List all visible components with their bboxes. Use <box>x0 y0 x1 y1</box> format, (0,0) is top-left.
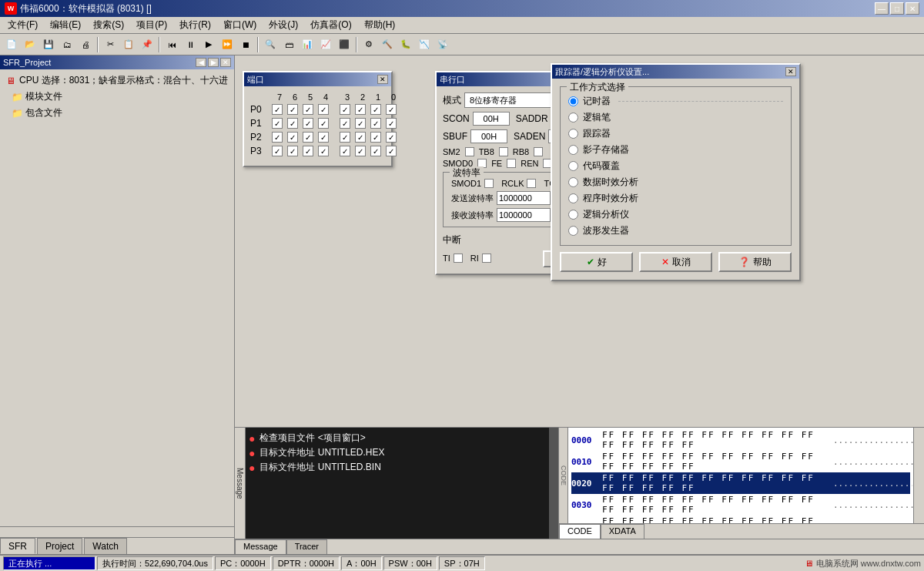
menu-run[interactable]: 执行(R) <box>173 17 217 33</box>
p1-bit3[interactable]: ✓ <box>340 118 350 129</box>
p2-bit4[interactable]: ✓ <box>318 132 329 143</box>
port-window-close[interactable]: ✕ <box>377 75 388 84</box>
compile-button[interactable]: 🔨 <box>379 36 396 53</box>
p2-bit0[interactable]: ✓ <box>386 132 397 143</box>
cpu-button[interactable]: ⚙ <box>360 36 377 53</box>
ok-button[interactable]: ✔ 好 <box>560 252 633 272</box>
p1-bit5[interactable]: ✓ <box>303 118 313 129</box>
p2-bit2[interactable]: ✓ <box>355 132 366 143</box>
p1-bit0[interactable]: ✓ <box>386 118 397 129</box>
tab-watch[interactable]: Watch <box>84 538 127 554</box>
reset-button[interactable]: ⏮ <box>163 36 180 53</box>
cancel-button[interactable]: ✕ 取消 <box>639 252 712 272</box>
sbuf-input[interactable] <box>470 129 507 143</box>
tree-item-cpu[interactable]: 🖥 CPU 选择：8031；缺省显示格式：混合十、十六进 <box>3 72 231 89</box>
help-button[interactable]: ❓ 帮助 <box>718 252 792 272</box>
run-button[interactable]: ▶ <box>200 36 217 53</box>
p2-bit1[interactable]: ✓ <box>370 132 381 143</box>
p1-bit6[interactable]: ✓ <box>287 118 298 129</box>
new-button[interactable]: 📄 <box>3 36 20 53</box>
tab-message[interactable]: Message <box>235 539 286 554</box>
p0-bit3[interactable]: ✓ <box>340 104 350 115</box>
scon-input[interactable] <box>473 112 510 126</box>
p2-bit5[interactable]: ✓ <box>303 132 313 143</box>
p0-bit0[interactable]: ✓ <box>386 104 397 115</box>
hex-row-2[interactable]: 0020 FF FF FF FF FF FF FF FF FF FF FF FF… <box>571 472 910 494</box>
tab-project[interactable]: Project <box>37 538 82 554</box>
p0-bit4[interactable]: ✓ <box>318 104 329 115</box>
rb8-checkbox[interactable] <box>534 147 543 156</box>
trace-button[interactable]: 📉 <box>416 36 433 53</box>
ti-checkbox[interactable] <box>454 254 463 263</box>
p1-bit2[interactable]: ✓ <box>355 118 366 129</box>
menu-project[interactable]: 项目(P) <box>130 17 173 33</box>
tab-xdata[interactable]: XDATA <box>601 524 644 539</box>
save-button[interactable]: 💾 <box>40 36 57 53</box>
minimize-button[interactable]: — <box>875 2 889 15</box>
p3-bit4[interactable]: ✓ <box>318 146 329 156</box>
copy-button[interactable]: 📋 <box>120 36 137 53</box>
radio-timer-input[interactable] <box>568 96 578 106</box>
menu-simulator[interactable]: 仿真器(O) <box>304 17 357 33</box>
tab-tracer[interactable]: Tracer <box>286 539 327 554</box>
p0-bit1[interactable]: ✓ <box>370 104 381 115</box>
debug-button[interactable]: 🐛 <box>397 36 414 53</box>
tree-item-modules[interactable]: 📁 模块文件 <box>3 89 231 105</box>
hex-scrollbar[interactable] <box>913 428 924 523</box>
fe-checkbox[interactable] <box>507 159 516 168</box>
p0-bit5[interactable]: ✓ <box>303 104 313 115</box>
p2-bit7[interactable]: ✓ <box>272 132 283 143</box>
output-scrollbar[interactable] <box>549 428 558 539</box>
sfr-panel-nav-right[interactable]: ▶ <box>208 58 219 67</box>
port-window-title[interactable]: 端口 ✕ <box>244 72 391 86</box>
tracer-window-close[interactable]: ✕ <box>785 67 796 76</box>
print-button[interactable]: 🖨 <box>77 36 94 53</box>
p3-bit3[interactable]: ✓ <box>340 146 350 156</box>
radio-tracer-input[interactable] <box>568 129 578 139</box>
sfr-panel-nav-left[interactable]: ◀ <box>196 58 206 67</box>
paste-button[interactable]: 📌 <box>139 36 156 53</box>
rclk-checkbox[interactable] <box>527 179 536 188</box>
menu-peripheral[interactable]: 外设(J) <box>263 17 304 33</box>
tb8-checkbox[interactable] <box>499 147 508 156</box>
radio-logic-pen-input[interactable] <box>568 113 578 123</box>
pause-button[interactable]: ⏸ <box>182 36 199 53</box>
send-baud-input[interactable] <box>497 191 551 205</box>
p0-bit6[interactable]: ✓ <box>287 104 298 115</box>
p0-bit2[interactable]: ✓ <box>355 104 366 115</box>
window-controls[interactable]: — □ ✕ <box>875 2 919 15</box>
tab-sfr[interactable]: SFR <box>0 538 35 554</box>
p2-bit6[interactable]: ✓ <box>287 132 298 143</box>
p3-bit1[interactable]: ✓ <box>370 146 381 156</box>
smod1-checkbox[interactable] <box>484 179 494 188</box>
radio-coverage-input[interactable] <box>568 161 578 171</box>
sfr-button[interactable]: 📊 <box>299 36 316 53</box>
stack-button[interactable]: 📈 <box>317 36 334 53</box>
radio-logic-analyzer-input[interactable] <box>568 210 578 220</box>
p3-bit2[interactable]: ✓ <box>355 146 366 156</box>
tree-item-includes[interactable]: 📁 包含文件 <box>3 105 231 121</box>
p3-bit7[interactable]: ✓ <box>272 146 283 156</box>
stop-button[interactable]: ⏹ <box>237 36 254 53</box>
p1-bit7[interactable]: ✓ <box>272 118 283 129</box>
step-button[interactable]: ⏩ <box>219 36 236 53</box>
p0-bit7[interactable]: ✓ <box>272 104 283 115</box>
sfr-panel-titlebar[interactable]: SFR_Project ◀ ▶ ✕ <box>0 55 234 69</box>
menu-file[interactable]: 文件(F) <box>2 17 44 33</box>
watch-button[interactable]: 🔍 <box>262 36 279 53</box>
radio-shadow-input[interactable] <box>568 145 578 155</box>
p2-bit3[interactable]: ✓ <box>340 132 350 143</box>
save-all-button[interactable]: 🗂 <box>59 36 75 53</box>
p1-bit1[interactable]: ✓ <box>370 118 381 129</box>
recv-baud-input[interactable] <box>497 208 551 222</box>
p1-bit4[interactable]: ✓ <box>318 118 329 129</box>
maximize-button[interactable]: □ <box>890 2 904 15</box>
logic-button[interactable]: 📡 <box>434 36 451 53</box>
symbol-button[interactable]: ⬛ <box>336 36 353 53</box>
radio-waveform-input[interactable] <box>568 226 578 236</box>
menu-search[interactable]: 搜索(S) <box>87 17 130 33</box>
tab-code[interactable]: CODE <box>559 524 601 539</box>
ri-checkbox[interactable] <box>482 254 491 263</box>
radio-data-timing-input[interactable] <box>568 177 578 187</box>
radio-prog-timing-input[interactable] <box>568 193 578 203</box>
